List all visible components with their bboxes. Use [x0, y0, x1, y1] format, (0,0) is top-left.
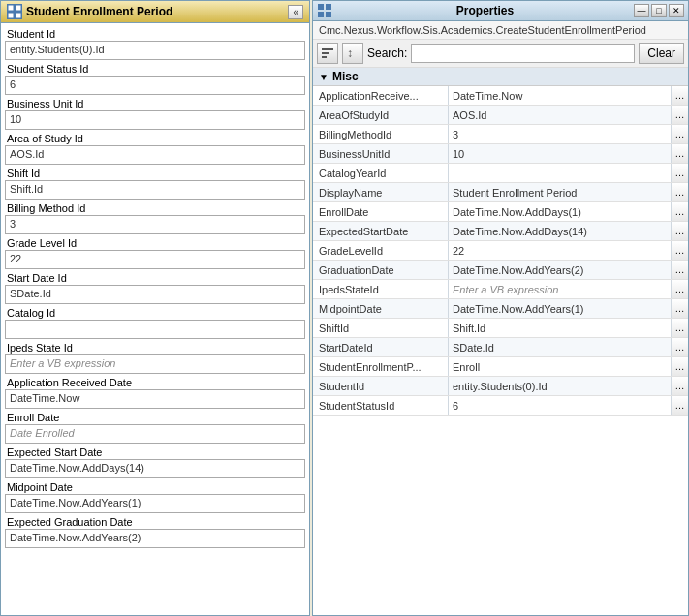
- property-name: EnrollDate: [313, 202, 449, 221]
- field-group: Application Received DateDateTime.Now: [5, 376, 305, 409]
- property-row: MidpointDateDateTime.Now.AddYears(1)…: [313, 299, 688, 319]
- property-name: StartDateId: [313, 338, 449, 356]
- field-group: Start Date IdSDate.Id: [5, 271, 305, 304]
- search-label: Search:: [367, 46, 407, 60]
- field-value[interactable]: DateTime.Now.AddYears(2): [5, 529, 305, 548]
- property-value[interactable]: DateTime.Now.AddYears(2): [449, 261, 671, 279]
- field-value[interactable]: [5, 320, 305, 339]
- property-name: ApplicationReceive...: [313, 86, 449, 105]
- field-value[interactable]: SDate.Id: [5, 285, 305, 304]
- field-value[interactable]: DateTime.Now.AddDays(14): [5, 459, 305, 478]
- field-value[interactable]: 6: [5, 76, 305, 95]
- property-edit-button[interactable]: …: [671, 377, 688, 395]
- property-value[interactable]: 10: [449, 144, 671, 163]
- property-value[interactable]: [449, 164, 671, 182]
- clear-button[interactable]: Clear: [639, 43, 684, 64]
- property-edit-button[interactable]: …: [671, 106, 688, 124]
- misc-expand-icon[interactable]: ▼: [319, 72, 329, 82]
- property-name: DisplayName: [313, 183, 449, 201]
- field-label: Start Date Id: [5, 271, 305, 285]
- right-toolbar: ↕ Search: Clear: [313, 40, 688, 68]
- field-group: Business Unit Id10: [5, 97, 305, 130]
- close-button[interactable]: ✕: [669, 4, 684, 17]
- property-edit-button[interactable]: …: [671, 183, 688, 201]
- svg-text:↕: ↕: [347, 46, 353, 60]
- right-subtitle: Cmc.Nexus.Workflow.Sis.Academics.CreateS…: [313, 21, 688, 40]
- property-value[interactable]: Shift.Id: [449, 319, 671, 337]
- property-edit-button[interactable]: …: [671, 86, 688, 105]
- field-value[interactable]: DateTime.Now.AddYears(1): [5, 494, 305, 513]
- field-group: Shift IdShift.Id: [5, 167, 305, 200]
- field-label: Business Unit Id: [5, 97, 305, 110]
- property-value[interactable]: DateTime.Now: [449, 86, 671, 105]
- property-name: ExpectedStartDate: [313, 222, 449, 240]
- property-value[interactable]: AOS.Id: [449, 106, 671, 124]
- property-value[interactable]: Student Enrollment Period: [449, 183, 671, 201]
- property-edit-button[interactable]: …: [671, 299, 688, 318]
- minimize-button[interactable]: —: [634, 4, 649, 17]
- properties-table: ApplicationReceive...DateTime.Now…AreaOf…: [313, 86, 688, 615]
- property-row: IpedsStateIdEnter a VB expression…: [313, 280, 688, 299]
- property-value[interactable]: DateTime.Now.AddYears(1): [449, 299, 671, 318]
- property-row: GradeLevelId22…: [313, 241, 688, 261]
- svg-rect-10: [322, 56, 327, 58]
- field-value[interactable]: 3: [5, 215, 305, 234]
- collapse-button[interactable]: «: [288, 5, 303, 19]
- right-titlebar: Properties — □ ✕: [313, 1, 688, 21]
- property-value[interactable]: Enroll: [449, 357, 671, 376]
- property-value[interactable]: SDate.Id: [449, 338, 671, 356]
- field-value[interactable]: 10: [5, 110, 305, 130]
- field-label: Shift Id: [5, 167, 305, 180]
- property-name: StudentStatusId: [313, 396, 449, 415]
- property-edit-button[interactable]: …: [671, 144, 688, 163]
- sort-button-2[interactable]: ↕: [342, 43, 363, 64]
- field-value[interactable]: Shift.Id: [5, 180, 305, 200]
- property-edit-button[interactable]: …: [671, 261, 688, 279]
- property-value[interactable]: DateTime.Now.AddDays(14): [449, 222, 671, 240]
- property-value[interactable]: 3: [449, 125, 671, 143]
- property-row: BillingMethodId3…: [313, 125, 688, 144]
- property-edit-button[interactable]: …: [671, 222, 688, 240]
- property-edit-button[interactable]: …: [671, 202, 688, 221]
- field-value[interactable]: AOS.Id: [5, 145, 305, 165]
- property-name: BusinessUnitId: [313, 144, 449, 163]
- property-edit-button[interactable]: …: [671, 396, 688, 415]
- property-name: StudentId: [313, 377, 449, 395]
- property-value[interactable]: 6: [449, 396, 671, 415]
- field-label: Expected Graduation Date: [5, 515, 305, 529]
- field-label: Expected Start Date: [5, 446, 305, 459]
- property-edit-button[interactable]: …: [671, 164, 688, 182]
- property-row: ShiftIdShift.Id…: [313, 319, 688, 338]
- property-value[interactable]: DateTime.Now.AddDays(1): [449, 202, 671, 221]
- left-panel: Student Enrollment Period « Student Iden…: [0, 0, 310, 616]
- property-row: CatalogYearId…: [313, 164, 688, 183]
- property-value[interactable]: 22: [449, 241, 671, 260]
- property-edit-button[interactable]: …: [671, 319, 688, 337]
- property-row: EnrollDateDateTime.Now.AddDays(1)…: [313, 202, 688, 222]
- property-edit-button[interactable]: …: [671, 357, 688, 376]
- field-value[interactable]: 22: [5, 250, 305, 269]
- maximize-button[interactable]: □: [651, 4, 667, 17]
- sort-button-1[interactable]: [317, 43, 338, 64]
- field-value[interactable]: Enter a VB expression: [5, 354, 305, 374]
- property-edit-button[interactable]: …: [671, 125, 688, 143]
- property-row: BusinessUnitId10…: [313, 144, 688, 164]
- svg-rect-4: [318, 4, 324, 10]
- misc-header: ▼ Misc: [313, 68, 688, 86]
- property-edit-button[interactable]: …: [671, 241, 688, 260]
- property-value[interactable]: entity.Students(0).Id: [449, 377, 671, 395]
- property-name: IpedsStateId: [313, 280, 449, 298]
- field-value[interactable]: Date Enrolled: [5, 424, 305, 444]
- field-group: Ipeds State IdEnter a VB expression: [5, 341, 305, 374]
- search-input[interactable]: [411, 44, 635, 63]
- field-value[interactable]: DateTime.Now: [5, 389, 305, 409]
- property-edit-button[interactable]: …: [671, 280, 688, 298]
- field-group: Expected Start DateDateTime.Now.AddDays(…: [5, 446, 305, 478]
- field-value[interactable]: entity.Students(0).Id: [5, 41, 305, 60]
- property-value[interactable]: Enter a VB expression: [449, 280, 671, 298]
- property-row: AreaOfStudyIdAOS.Id…: [313, 106, 688, 125]
- svg-rect-1: [16, 5, 21, 11]
- field-label: Ipeds State Id: [5, 341, 305, 354]
- properties-icon: [317, 3, 336, 18]
- property-edit-button[interactable]: …: [671, 338, 688, 356]
